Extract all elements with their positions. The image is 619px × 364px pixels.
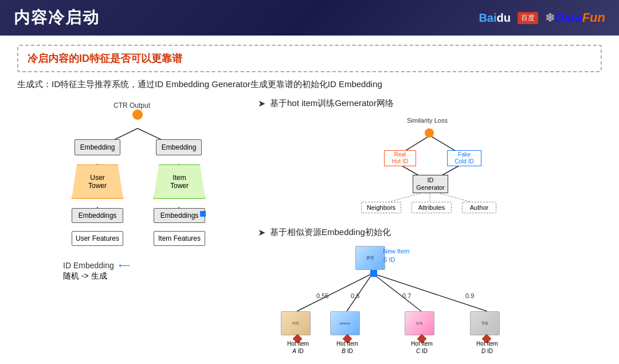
id-generator-box: ID Generator	[413, 175, 448, 193]
item-tower: ItemTower	[154, 165, 205, 199]
hot-item-b-label: Hot ItemB ID	[330, 340, 365, 355]
right-column: ➤ 基于hot item训练Gernerator网络	[258, 98, 602, 362]
section-label-bottom: 基于相似资源Embedding初始化	[270, 227, 391, 238]
question-box: 冷启内容的ID特征是否可以更靠谱	[17, 45, 602, 72]
arrow-right-icon-1: ➤	[258, 98, 265, 109]
ctr-output-label: CTR Output	[113, 101, 150, 109]
svg-line-17	[373, 273, 421, 311]
hot-item-b-thumbnail: iphone	[330, 311, 360, 335]
new-item-thumbnail: 拼音	[355, 246, 385, 270]
embedding-box-1: Embedding	[75, 139, 120, 155]
newitem-diagram: 拼音 New ItemS ID 0.55 0.6 0.7 0.9 内容	[258, 244, 556, 353]
neighbors-box: Neighbors	[361, 202, 401, 213]
id-embedding-section: ID Embedding ⟵ 随机 -> 生成	[63, 256, 130, 281]
similarity-circle	[425, 128, 434, 138]
new-item-square	[370, 270, 377, 277]
embedding-box-2: Embedding	[156, 139, 202, 155]
baidu-logo: Baidu	[479, 11, 511, 25]
score-06: 0.6	[351, 292, 359, 299]
user-tower: UserTower	[72, 165, 123, 199]
hot-item-c-label: Hot ItemC ID	[405, 340, 439, 355]
page-header: 内容冷启动 Baidu 百度 ❄DataFun	[0, 0, 619, 36]
random-to-generate-label: 随机 -> 生成	[63, 271, 130, 281]
nn-diagram: CTR Output Embedding Embedding UserTower…	[29, 98, 246, 293]
section-header-top: ➤ 基于hot item训练Gernerator网络	[258, 98, 602, 109]
user-tower-label: UserTower	[88, 174, 107, 190]
user-features-box: User Features	[72, 231, 123, 246]
similarity-loss-label: Similarity Loss	[407, 117, 448, 124]
embeddings-box-1: Embeddings	[72, 208, 123, 223]
page-title: 内容冷启动	[14, 7, 100, 29]
score-07: 0.7	[402, 292, 411, 299]
score-09: 0.9	[465, 292, 474, 299]
two-column-layout: CTR Output Embedding Embedding UserTower…	[17, 98, 602, 362]
question-text: 冷启内容的ID特征是否可以更靠谱	[28, 53, 182, 64]
svg-line-15	[297, 273, 373, 311]
item-tower-label: ItemTower	[170, 174, 189, 190]
ctr-output-circle	[132, 109, 143, 120]
hot-item-d-label: Hot ItemD ID	[470, 340, 504, 355]
main-content: 冷启内容的ID特征是否可以更靠谱 生成式：ID特征主导推荐系统，通过ID Emb…	[0, 36, 619, 364]
right-bottom-section: ➤ 基于相似资源Embedding初始化 拼音	[258, 227, 602, 353]
description-text: 生成式：ID特征主导推荐系统，通过ID Embedding Generator生…	[17, 79, 602, 90]
fake-cold-id-box: Fake Cold ID	[447, 150, 481, 166]
hot-item-d-thumbnail: 手机	[470, 311, 500, 335]
section-header-bottom: ➤ 基于相似资源Embedding初始化	[258, 227, 602, 238]
right-top-section: ➤ 基于hot item训练Gernerator网络	[258, 98, 602, 218]
hot-item-c-thumbnail: 粉色	[405, 311, 434, 335]
datafun-logo: ❄DataFun	[545, 10, 605, 25]
section-label-top: 基于hot item训练Gernerator网络	[270, 98, 394, 109]
embeddings-box-2: Embeddings	[154, 208, 205, 223]
left-column: CTR Output Embedding Embedding UserTower…	[17, 98, 258, 362]
baidu-cn-badge: 百度	[518, 12, 538, 24]
score-055: 0.55	[316, 292, 328, 299]
logos-container: Baidu 百度 ❄DataFun	[479, 10, 605, 25]
author-box: Author	[462, 202, 496, 213]
nn-diagram-svg	[29, 98, 246, 293]
item-features-box: Item Features	[154, 231, 205, 246]
id-embedding-label: ID Embedding ⟵	[63, 261, 130, 270]
arrow-right-icon-2: ➤	[258, 227, 265, 238]
hot-item-a-label: Hot ItemA ID	[281, 340, 315, 355]
new-item-label: New ItemS ID	[383, 247, 409, 265]
real-hot-id-box: Real Hot ID	[384, 150, 416, 166]
hot-item-a-thumbnail: 内容	[281, 311, 311, 335]
attributes-box: Attributes	[412, 202, 452, 213]
similarity-diagram: Similarity Loss Real Hot ID Fake Cold ID…	[327, 115, 533, 218]
